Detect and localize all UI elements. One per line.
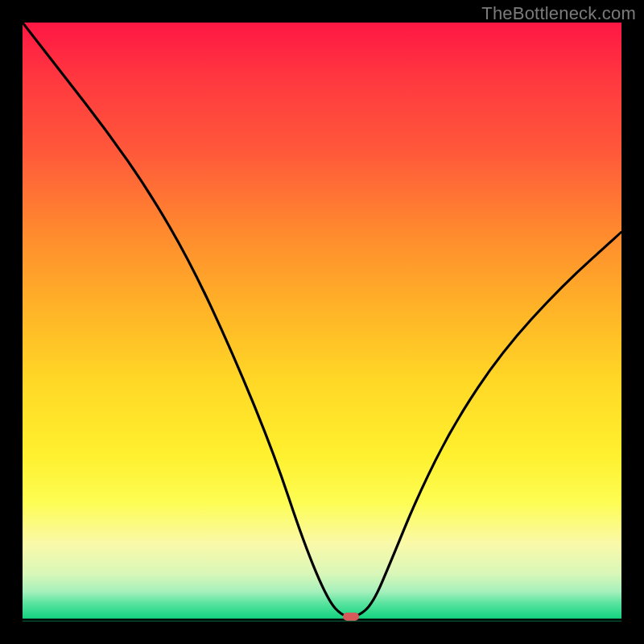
min-marker — [343, 613, 359, 621]
attribution-label: TheBottleneck.com — [481, 3, 636, 24]
curve-svg — [23, 23, 621, 621]
chart-frame: TheBottleneck.com — [0, 0, 644, 644]
plot-area — [23, 23, 621, 621]
curve-path — [23, 23, 621, 617]
